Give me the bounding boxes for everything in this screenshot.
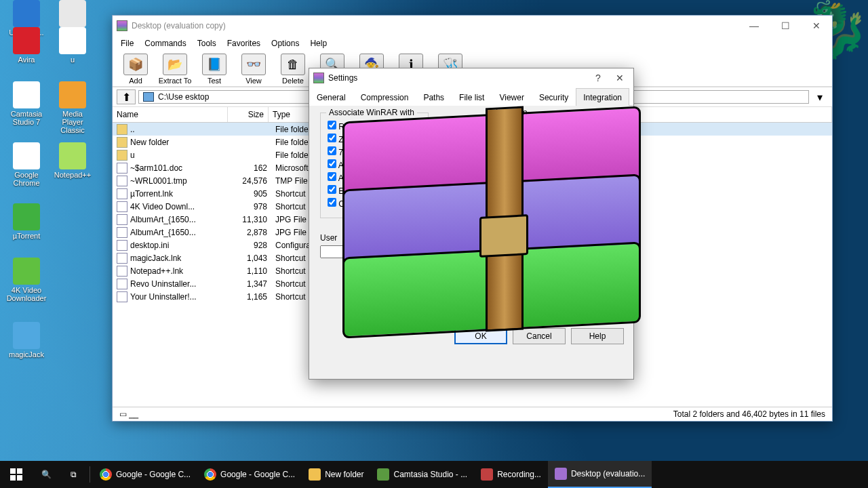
desktop-icon[interactable]: Notepad++ xyxy=(52,142,94,179)
icon-label: Notepad++ xyxy=(52,171,94,179)
file-icon xyxy=(117,163,127,174)
svg-rect-3 xyxy=(17,475,22,481)
status-bar: ▭ ⎯⎯ Total 2 folders and 46,402 bytes in… xyxy=(113,407,832,421)
dropdown-icon[interactable]: ▾ xyxy=(812,91,828,104)
col-name[interactable]: Name xyxy=(113,107,228,122)
menu-favorites[interactable]: Favorites xyxy=(222,36,266,51)
close-button[interactable]: ✕ xyxy=(801,16,832,36)
extract to-icon: 📂 xyxy=(163,54,187,75)
desktop-icon[interactable]: u xyxy=(52,27,94,64)
toolbar-delete[interactable]: 🗑Delete xyxy=(274,54,312,85)
view-icon: 👓 xyxy=(241,54,266,75)
maximize-button[interactable]: ☐ xyxy=(770,16,801,36)
app-icon xyxy=(13,322,40,349)
app-icon xyxy=(59,81,86,108)
chrome-icon xyxy=(100,468,112,481)
winrar-icon xyxy=(313,73,324,83)
delete-icon: 🗑 xyxy=(281,54,305,75)
up-button[interactable]: ⬆ xyxy=(117,89,136,104)
app-icon xyxy=(13,203,40,230)
app-icon xyxy=(481,468,493,481)
app-icon xyxy=(377,468,389,481)
app-icon xyxy=(555,468,567,480)
svg-rect-0 xyxy=(10,468,16,474)
taskbar-item[interactable]: New folder xyxy=(302,461,370,488)
menu-commands[interactable]: Commands xyxy=(139,36,191,51)
add-icon: 📦 xyxy=(123,54,148,75)
user-label: User xyxy=(320,233,337,243)
tab-paths[interactable]: Paths xyxy=(416,88,452,106)
dialog-titlebar[interactable]: Settings ? ✕ xyxy=(309,68,633,87)
task-view-icon[interactable]: ⧉ xyxy=(60,470,87,479)
minimize-button[interactable]: — xyxy=(738,16,770,36)
app-icon xyxy=(59,0,86,27)
menu-file[interactable]: File xyxy=(115,36,139,51)
file-icon xyxy=(117,124,127,135)
desktop-icon[interactable]: Google Chrome xyxy=(5,142,47,187)
icon-label: Avira xyxy=(5,56,47,64)
tab-security[interactable]: Security xyxy=(532,88,576,106)
file-icon xyxy=(117,176,127,186)
desktop-icon[interactable]: Media Player Classic xyxy=(52,81,94,134)
file-icon xyxy=(117,214,127,225)
app-icon xyxy=(13,258,40,285)
taskbar-item[interactable]: Desktop (evaluatio... xyxy=(548,461,652,488)
path-text: C:\Use esktop xyxy=(158,92,209,102)
app-icon xyxy=(13,27,40,54)
app-icon xyxy=(13,0,40,27)
file-icon xyxy=(117,201,127,212)
menubar: FileCommandsToolsFavoritesOptionsHelp xyxy=(113,36,832,51)
tab-viewer[interactable]: Viewer xyxy=(492,88,531,106)
winrar-archive-artwork xyxy=(342,114,641,331)
file-icon xyxy=(117,227,127,238)
close-button[interactable]: ✕ xyxy=(609,73,631,83)
search-icon[interactable]: 🔍 xyxy=(33,470,60,479)
file-icon xyxy=(117,137,127,148)
toolbar-extract-to[interactable]: 📂Extract To xyxy=(156,54,194,85)
tab-general[interactable]: General xyxy=(309,88,353,106)
desktop-icon[interactable]: 4K Video Downloader xyxy=(5,258,47,302)
tab-compression[interactable]: Compression xyxy=(353,88,416,106)
help-button[interactable]: ? xyxy=(587,73,609,83)
dialog-title: Settings xyxy=(328,73,357,83)
icon-label: magicJack xyxy=(5,350,47,359)
desktop-icon[interactable]: µTorrent xyxy=(5,203,47,240)
desktop-icon[interactable]: Camtasia Studio 7 xyxy=(5,81,47,126)
icon-label: Media Player Classic xyxy=(52,110,94,134)
file-icon xyxy=(117,240,127,251)
file-icon xyxy=(117,266,127,277)
app-icon xyxy=(309,468,321,481)
titlebar[interactable]: Desktop (evaluation copy) — ☐ ✕ xyxy=(113,16,832,36)
desktop-icon[interactable]: Avira xyxy=(5,27,47,64)
icon-label: u xyxy=(52,56,94,64)
menu-options[interactable]: Options xyxy=(266,36,304,51)
taskbar-item[interactable]: Google - Google C... xyxy=(93,461,197,488)
icon-label: µTorrent xyxy=(5,232,47,240)
taskbar-item[interactable]: Google - Google C... xyxy=(197,461,302,488)
winrar-icon xyxy=(117,20,127,31)
app-icon xyxy=(59,142,86,169)
menu-help[interactable]: Help xyxy=(304,36,332,51)
taskbar-item[interactable]: Camtasia Studio - ... xyxy=(370,461,474,488)
tab-integration[interactable]: Integration xyxy=(576,88,629,106)
tab-file-list[interactable]: File list xyxy=(452,88,492,106)
settings-tabs: GeneralCompressionPathsFile listViewerSe… xyxy=(309,87,633,106)
test-icon: 📘 xyxy=(202,54,226,75)
file-icon xyxy=(117,291,127,302)
disk-icon xyxy=(143,92,154,102)
svg-rect-2 xyxy=(10,475,16,481)
window-title: Desktop (evaluation copy) xyxy=(132,21,226,30)
icon-label: Google Chrome xyxy=(5,171,47,187)
toolbar-test[interactable]: 📘Test xyxy=(195,54,233,85)
start-button[interactable] xyxy=(0,461,33,488)
icon-label: 4K Video Downloader xyxy=(5,286,47,302)
file-icon xyxy=(117,188,127,199)
icon-label: Camtasia Studio 7 xyxy=(5,110,47,126)
toolbar-add[interactable]: 📦Add xyxy=(117,54,155,85)
toolbar-view[interactable]: 👓View xyxy=(235,54,273,85)
taskbar-item[interactable]: Recording... xyxy=(474,461,548,488)
col-size[interactable]: Size xyxy=(228,107,269,122)
desktop-icon[interactable]: magicJack xyxy=(5,322,47,359)
menu-tools[interactable]: Tools xyxy=(192,36,222,51)
app-icon xyxy=(59,27,86,54)
